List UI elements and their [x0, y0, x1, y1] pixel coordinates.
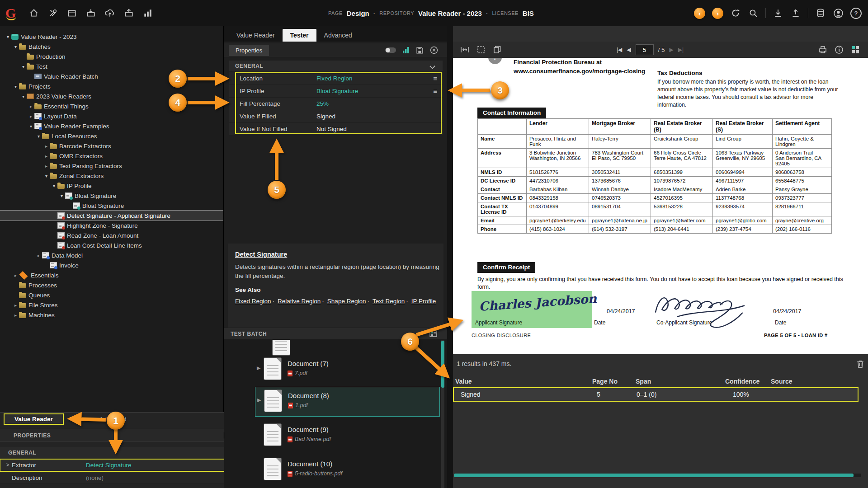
general-section-header[interactable]: GENERAL: [8, 450, 36, 456]
copy-pages-icon[interactable]: [493, 45, 502, 54]
menu-icon[interactable]: [433, 87, 437, 95]
database-icon[interactable]: [815, 8, 826, 19]
save-icon[interactable]: [416, 47, 424, 54]
print-icon[interactable]: [818, 45, 827, 54]
expander-icon[interactable]: ▶: [257, 397, 264, 403]
expander-icon[interactable]: [12, 44, 19, 49]
document-item-9[interactable]: Document (9) Bad Name.pdf: [255, 421, 440, 451]
expander-icon[interactable]: [28, 114, 34, 119]
property-row-ip-profile[interactable]: IP Profile Bloat Signature: [229, 85, 443, 98]
tree-item-bloat-signature[interactable]: Bloat Signature: [0, 191, 223, 201]
expander-icon[interactable]: [20, 64, 27, 69]
trash-icon[interactable]: [856, 360, 864, 368]
batch-out-icon[interactable]: [123, 8, 134, 19]
horizontal-scrollbar-thumb[interactable]: [454, 474, 854, 477]
tree-item-production[interactable]: Production: [0, 52, 223, 61]
tab-tester[interactable]: Tester: [283, 29, 316, 42]
link-fixed-region[interactable]: Fixed Region: [235, 298, 271, 305]
expander-icon[interactable]: [12, 84, 19, 89]
tree-item-file-stores[interactable]: File Stores: [0, 300, 223, 310]
property-row-fill-percentage[interactable]: Fill Percentage 25%: [229, 98, 443, 110]
batch-viewer-icon[interactable]: [429, 330, 437, 337]
tree-item-value-reader-examples[interactable]: Value Reader Examples: [0, 121, 223, 131]
tree-item-local-resources[interactable]: Local Resources: [0, 131, 223, 141]
tree-item-read-zone[interactable]: Read Zone - Loan Amount: [0, 230, 223, 240]
tree-item-machines[interactable]: Machines: [0, 310, 223, 320]
download-icon[interactable]: [773, 8, 783, 19]
tree-item-processes[interactable]: Processes: [0, 280, 223, 290]
refresh-icon[interactable]: [730, 8, 741, 19]
chart-icon[interactable]: [402, 47, 410, 54]
home-icon[interactable]: [28, 8, 39, 19]
tools-icon[interactable]: [47, 8, 58, 19]
select-region-icon[interactable]: [476, 45, 486, 54]
batch-in-icon[interactable]: [85, 8, 96, 19]
tree-item-projects[interactable]: Projects: [0, 81, 223, 91]
tree-item-ip-profile[interactable]: IP Profile: [0, 181, 223, 191]
expander-icon[interactable]: [35, 253, 42, 258]
search-icon[interactable]: [748, 8, 759, 19]
expander-icon[interactable]: [43, 144, 50, 149]
expander-icon[interactable]: [28, 124, 34, 129]
tree-item-essential-things[interactable]: Essential Things: [0, 101, 223, 111]
document-item-10[interactable]: Document (10) 5-radio-buttons.pdf: [255, 455, 440, 485]
property-row-value-if-not-filled[interactable]: Value If Not Filled Not Signed: [229, 123, 443, 136]
stats-icon[interactable]: [142, 8, 153, 19]
toggle-icon[interactable]: [385, 47, 396, 53]
link-ip-profile[interactable]: IP Profile: [405, 298, 436, 305]
last-page-button[interactable]: ▶|: [678, 47, 684, 53]
extractor-property-row[interactable]: > Extractor Detect Signature …: [0, 459, 251, 471]
tree-item-data-model[interactable]: Data Model: [0, 250, 223, 260]
tree-item-queues[interactable]: Queues: [0, 290, 223, 300]
forward-button[interactable]: ›: [712, 8, 723, 19]
tree-item-2023-value-readers[interactable]: 2023 Value Readers: [0, 91, 223, 101]
user-icon[interactable]: [833, 8, 844, 19]
expander-icon[interactable]: [20, 94, 27, 99]
tree-item-loan-cost-detail[interactable]: Loan Cost Detail Line Items: [0, 240, 223, 250]
expander-icon[interactable]: [12, 313, 19, 318]
next-page-button[interactable]: ▶: [670, 47, 674, 53]
fit-width-icon[interactable]: [460, 45, 469, 54]
close-icon[interactable]: [430, 46, 438, 54]
tree-item-highlight-zone[interactable]: Highlight Zone - Signature: [0, 221, 223, 230]
expander-icon[interactable]: [58, 193, 65, 198]
link-relative-region[interactable]: Relative Region: [271, 298, 321, 305]
tree-item-essentials[interactable]: Essentials: [0, 270, 223, 280]
tree-item-batches[interactable]: Batches: [0, 42, 223, 52]
chevron-down-icon[interactable]: [429, 63, 435, 69]
scrollbar-thumb[interactable]: [441, 341, 444, 388]
expander-icon[interactable]: [5, 34, 11, 39]
upload-icon[interactable]: [790, 8, 801, 19]
tree-item-detect-signature[interactable]: Detect Signature - Applicant Signature: [0, 211, 223, 221]
menu-icon[interactable]: [433, 75, 437, 82]
document-icon-partial[interactable]: [273, 340, 290, 355]
document-item-8-selected[interactable]: ▶ Document (8) 1.pdf: [255, 387, 440, 417]
link-text-region[interactable]: Text Region: [366, 298, 405, 305]
tree-item-value-reader-batch[interactable]: Value Reader Batch: [0, 71, 223, 81]
expander-icon[interactable]: [12, 303, 19, 308]
page-number-input[interactable]: [636, 44, 654, 55]
tab-value-reader[interactable]: Value Reader: [229, 29, 283, 42]
tree-item-bloat-signature-child[interactable]: Bloat Signature: [0, 201, 223, 211]
expander-icon[interactable]: [43, 174, 50, 178]
cloud-upload-icon[interactable]: [104, 8, 115, 19]
expander-icon[interactable]: [43, 154, 50, 159]
tree-item-text-parsing-extractors[interactable]: Text Parsing Extractors: [0, 161, 223, 171]
panel-divider[interactable]: [447, 26, 453, 488]
property-value[interactable]: Detect Signature: [86, 462, 132, 469]
grooper-logo[interactable]: G: [5, 6, 16, 20]
expander-icon[interactable]: [35, 134, 42, 139]
help-icon[interactable]: [850, 8, 862, 19]
description-property-row[interactable]: Description (none) …: [0, 472, 251, 484]
info-icon[interactable]: [835, 45, 844, 54]
repository-value[interactable]: Value Reader - 2023: [418, 9, 482, 17]
tab-advanced[interactable]: Advanced: [316, 29, 360, 42]
property-value[interactable]: (none): [86, 474, 104, 481]
expander-icon[interactable]: [12, 273, 19, 278]
tree-item-omr-extractors[interactable]: OMR Extractors: [0, 151, 223, 161]
tree-item-layout-data[interactable]: Layout Data: [0, 111, 223, 121]
page-value[interactable]: Design: [347, 9, 369, 17]
first-page-button[interactable]: |◀: [617, 47, 622, 53]
property-row-value-if-filled[interactable]: Value If Filled Signed: [229, 110, 443, 123]
expander-icon[interactable]: [51, 183, 57, 188]
